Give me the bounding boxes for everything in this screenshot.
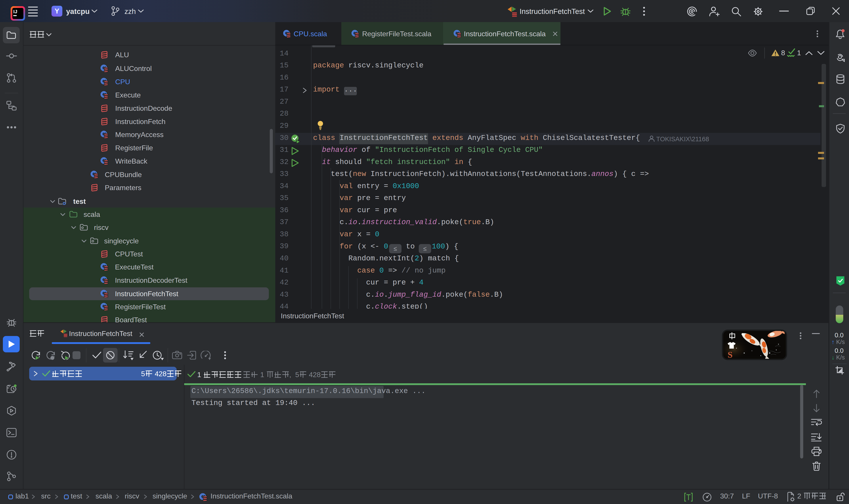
svg-text:IJ: IJ [13, 9, 17, 14]
